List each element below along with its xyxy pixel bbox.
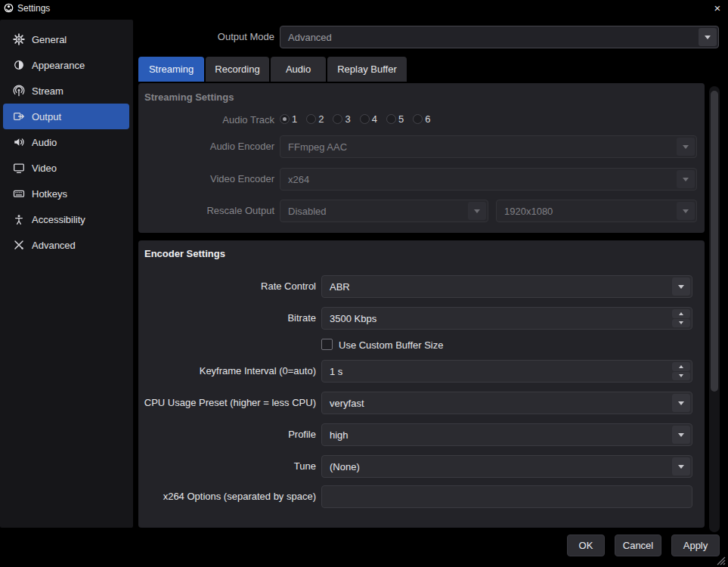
cancel-button[interactable]: Cancel [615,534,661,556]
tab-label: Replay Buffer [337,64,397,75]
cpu-preset-dropdown[interactable]: veryfast [321,392,692,414]
rescale-resolution-value: 1920x1080 [504,206,553,217]
custom-buffer-checkbox[interactable] [321,339,333,350]
tune-label: Tune [138,460,316,472]
rate-control-dropdown[interactable]: ABR [321,275,692,298]
sidebar-item-appearance[interactable]: Appearance [3,52,129,78]
rescale-output-label: Rescale Output [138,205,274,216]
sidebar-item-label: Appearance [32,60,85,71]
audio-track-radio-4[interactable] [360,114,370,124]
chevron-down-icon [678,465,684,469]
radio-label: 6 [425,113,430,125]
dropdown-arrow-button[interactable] [677,170,695,188]
gear-icon [13,33,25,45]
audio-track-radios: 1 2 3 4 5 6 [280,113,439,125]
sidebar-item-hotkeys[interactable]: Hotkeys [3,181,129,206]
video-encoder-value: x264 [288,174,309,185]
spin-down-button[interactable] [672,372,690,381]
tab-replay-buffer[interactable]: Replay Buffer [327,57,407,82]
chevron-up-icon [679,365,683,368]
sidebar-item-accessibility[interactable]: Accessibility [3,206,129,232]
audio-encoder-dropdown[interactable]: FFmpeg AAC [280,135,697,158]
video-encoder-dropdown[interactable]: x264 [280,168,697,191]
sidebar-item-label: Hotkeys [32,188,67,200]
sidebar-item-output[interactable]: Output [3,104,129,129]
tune-value: (None) [330,461,360,472]
audio-track-label: Audio Track [138,114,274,125]
keyboard-icon [13,187,25,200]
audio-track-radio-1[interactable] [280,114,290,124]
sidebar-item-label: Stream [32,85,64,97]
spin-down-button[interactable] [672,319,690,328]
close-button[interactable]: × [709,0,726,15]
audio-track-radio-2[interactable] [306,114,316,124]
audio-encoder-value: FFmpeg AAC [288,141,347,153]
audio-track-radio-6[interactable] [413,114,423,124]
tune-dropdown[interactable]: (None) [321,455,692,478]
dropdown-arrow-button[interactable] [699,28,717,46]
titlebar: Settings × [0,0,728,17]
output-mode-value: Advanced [288,32,332,43]
chevron-down-icon [678,285,684,289]
settings-sidebar: General Appearance Stream Output Audio [0,20,133,528]
streaming-settings-title: Streaming Settings [144,91,234,103]
audio-track-radio-5[interactable] [386,114,396,124]
chevron-down-icon [705,36,711,39]
dropdown-arrow-button[interactable] [672,277,690,296]
sidebar-item-general[interactable]: General [3,26,129,52]
video-encoder-label: Video Encoder [138,173,274,184]
chevron-down-icon [474,209,480,213]
cpu-preset-value: veryfast [330,398,364,409]
sidebar-item-audio[interactable]: Audio [3,129,129,155]
chevron-down-icon [683,145,689,149]
keyframe-interval-spinner[interactable]: 1 s [321,360,692,383]
dropdown-arrow-button[interactable] [677,202,695,220]
x264-options-input[interactable] [321,485,692,508]
tab-audio[interactable]: Audio [271,57,326,82]
sidebar-item-video[interactable]: Video [3,155,129,181]
profile-dropdown[interactable]: high [321,423,692,446]
radio-label: 3 [345,113,350,125]
appearance-icon [13,59,25,71]
dropdown-arrow-button[interactable] [672,426,690,444]
tab-recording[interactable]: Recording [206,57,269,82]
dropdown-arrow-button[interactable] [677,138,695,156]
x264-options-label: x264 Options (separated by space) [138,491,316,502]
resize-grip-icon[interactable] [716,556,726,565]
rescale-resolution-dropdown[interactable]: 1920x1080 [496,200,697,222]
rescale-output-value: Disabled [288,206,327,217]
window-title: Settings [17,3,50,14]
sidebar-item-label: Video [32,163,57,174]
dropdown-arrow-button[interactable] [468,202,486,220]
chevron-up-icon [679,312,683,315]
dropdown-arrow-button[interactable] [672,457,690,476]
output-icon [13,110,25,122]
scrollbar-thumb[interactable] [711,91,718,392]
sidebar-item-advanced[interactable]: Advanced [3,232,129,258]
spin-up-button[interactable] [672,309,690,318]
sidebar-item-stream[interactable]: Stream [3,78,129,104]
output-mode-label: Output Mode [138,31,274,42]
ok-button[interactable]: OK [567,534,605,556]
person-icon [13,213,25,225]
radio-label: 2 [318,113,324,125]
apply-button[interactable]: Apply [671,534,720,556]
sidebar-item-label: Accessibility [32,214,85,225]
rescale-output-dropdown[interactable]: Disabled [280,200,488,222]
monitor-icon [13,162,25,174]
bitrate-spinner[interactable]: 3500 Kbps [321,307,692,330]
chevron-down-icon [678,433,684,437]
encoder-settings-title: Encoder Settings [144,248,225,259]
radio-label: 5 [398,113,404,125]
dropdown-arrow-button[interactable] [672,394,690,412]
streaming-settings-group: Streaming Settings Audio Track 1 2 3 4 5… [138,83,705,233]
audio-track-radio-3[interactable] [333,114,342,124]
tab-streaming[interactable]: Streaming [138,57,204,82]
custom-buffer-label: Use Custom Buffer Size [339,339,535,351]
scrollbar-track[interactable] [709,86,720,532]
speaker-icon [13,136,25,148]
spin-up-button[interactable] [672,362,690,371]
output-mode-dropdown[interactable]: Advanced [280,26,719,48]
rate-control-label: Rate Control [138,280,316,292]
cpu-preset-label: CPU Usage Preset (higher = less CPU) [138,397,316,408]
